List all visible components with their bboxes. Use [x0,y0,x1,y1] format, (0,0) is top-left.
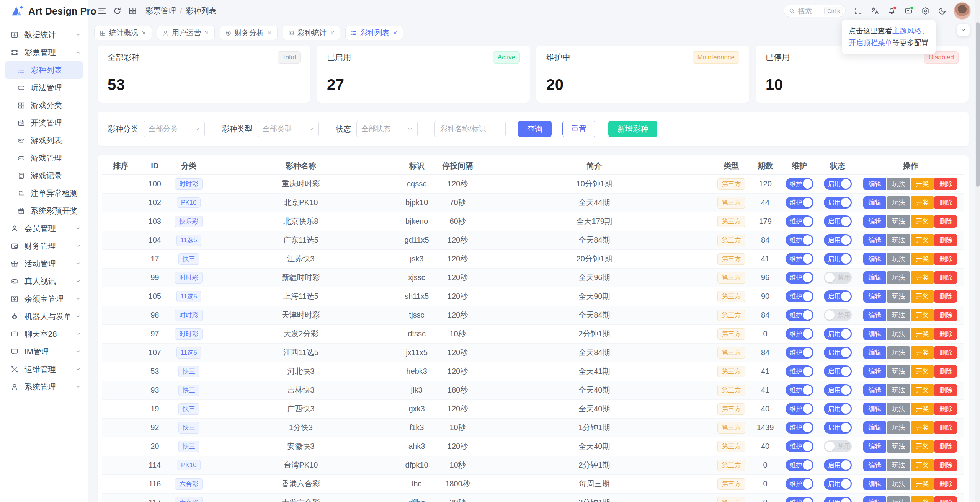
dark-mode-moon-button[interactable] [934,3,951,20]
sort-cell[interactable] [102,268,139,287]
draw-button[interactable]: 开奖 [911,459,934,471]
draw-button[interactable]: 开奖 [911,234,934,246]
edit-button[interactable]: 编辑 [863,328,886,340]
play-rules-button[interactable]: 玩法 [887,271,910,284]
maintain-toggle[interactable]: 维护 [786,215,813,227]
play-rules-button[interactable]: 玩法 [887,178,910,190]
close-icon[interactable] [267,30,272,36]
message-button[interactable] [900,3,917,20]
tab-用户运营[interactable]: 用户运营 [157,26,215,40]
sidebar-group-活动管理[interactable]: 活动管理 [0,255,88,272]
draw-button[interactable]: 开奖 [911,496,934,502]
sort-cell[interactable] [102,324,139,343]
delete-button[interactable]: 删除 [934,365,957,378]
type-select[interactable]: 全部类型 [258,121,319,137]
sidebar-group-彩票管理[interactable]: 彩票管理 [0,44,88,61]
play-rules-button[interactable]: 玩法 [887,459,910,471]
breadcrumb-section[interactable]: 彩票管理 [145,6,176,16]
sidebar-item-游戏列表[interactable]: 游戏列表 [5,132,83,149]
sort-cell[interactable] [102,456,139,474]
notification-bell-button[interactable] [883,3,900,20]
edit-button[interactable]: 编辑 [863,271,886,284]
status-toggle[interactable]: 启用 [824,365,852,377]
delete-button[interactable]: 删除 [934,421,957,434]
delete-button[interactable]: 删除 [934,478,957,490]
status-toggle[interactable]: 启用 [824,234,852,246]
edit-button[interactable]: 编辑 [863,309,886,321]
delete-button[interactable]: 删除 [934,253,957,265]
sidebar-group-会员管理[interactable]: 会员管理 [0,220,88,237]
maintain-toggle[interactable]: 维护 [786,422,813,434]
maintain-toggle[interactable]: 维护 [786,290,813,302]
sidebar-group-真人视讯[interactable]: 真人视讯 [0,272,88,290]
delete-button[interactable]: 删除 [934,384,957,396]
status-toggle[interactable]: 启用 [824,178,852,190]
play-rules-button[interactable]: 玩法 [887,290,910,303]
delete-button[interactable]: 删除 [934,346,957,359]
edit-button[interactable]: 编辑 [863,459,886,471]
sidebar-item-开奖管理[interactable]: 开奖管理 [5,114,83,132]
edit-button[interactable]: 编辑 [863,346,886,359]
status-toggle[interactable]: 启用 [824,253,852,265]
maintain-toggle[interactable]: 维护 [786,347,813,359]
status-toggle[interactable]: 启用 [824,478,852,490]
sidebar-item-系统彩预开奖[interactable]: 系统彩预开奖 [5,202,83,220]
edit-button[interactable]: 编辑 [863,496,886,502]
draw-button[interactable]: 开奖 [911,478,934,490]
draw-button[interactable]: 开奖 [911,309,934,321]
delete-button[interactable]: 删除 [934,215,957,228]
play-rules-button[interactable]: 玩法 [887,309,910,321]
refresh-button[interactable] [109,3,125,19]
maintain-toggle[interactable]: 维护 [786,403,813,415]
sort-cell[interactable] [102,212,139,231]
delete-button[interactable]: 删除 [934,328,957,340]
close-icon[interactable] [392,30,398,36]
edit-button[interactable]: 编辑 [863,365,886,378]
draw-button[interactable]: 开奖 [911,384,934,396]
status-toggle[interactable]: 启用 [824,347,852,359]
edit-button[interactable]: 编辑 [863,253,886,265]
maintain-toggle[interactable]: 维护 [786,309,813,321]
status-toggle[interactable]: 启用 [824,328,852,340]
draw-button[interactable]: 开奖 [911,215,934,228]
sidebar-item-游戏分类[interactable]: 游戏分类 [5,96,83,114]
tab-统计概况[interactable]: 统计概况 [94,26,152,40]
sort-cell[interactable] [102,249,139,268]
sort-cell[interactable] [102,287,139,306]
edit-button[interactable]: 编辑 [863,440,886,453]
status-select[interactable]: 全部状态 [356,121,418,137]
play-rules-button[interactable]: 玩法 [887,496,910,502]
status-toggle[interactable]: 启用 [824,422,852,434]
maintain-toggle[interactable]: 维护 [786,497,813,502]
play-rules-button[interactable]: 玩法 [887,253,910,265]
play-rules-button[interactable]: 玩法 [887,346,910,359]
sort-cell[interactable] [102,306,139,324]
delete-button[interactable]: 删除 [934,459,957,471]
sidebar-group-财务管理[interactable]: 财务管理 [0,237,88,255]
delete-button[interactable]: 删除 [934,196,957,209]
maintain-toggle[interactable]: 维护 [786,459,813,471]
edit-button[interactable]: 编辑 [863,421,886,434]
maintain-toggle[interactable]: 维护 [786,440,813,452]
sort-cell[interactable] [102,174,139,193]
search-button[interactable]: 查询 [518,121,552,137]
sidebar-item-彩种列表[interactable]: 彩种列表 [5,61,83,79]
sort-cell[interactable] [102,493,139,502]
sidebar-group-余额宝管理[interactable]: 余额宝管理 [0,290,88,308]
maintain-toggle[interactable]: 维护 [786,272,813,284]
keyword-input[interactable] [434,121,506,137]
delete-button[interactable]: 删除 [934,290,957,303]
sidebar-group-运维管理[interactable]: 运维管理 [0,360,88,378]
tab-财务分析[interactable]: 财务分析 [220,26,278,40]
play-rules-button[interactable]: 玩法 [887,384,910,396]
maintain-toggle[interactable]: 维护 [786,234,813,246]
draw-button[interactable]: 开奖 [911,328,934,340]
maintain-toggle[interactable]: 维护 [786,253,813,265]
theme-style-link[interactable]: 主题风格 [892,27,921,35]
delete-button[interactable]: 删除 [934,496,957,502]
status-toggle[interactable]: 启用 [824,384,852,396]
maintain-toggle[interactable]: 维护 [786,328,813,340]
draw-button[interactable]: 开奖 [911,346,934,359]
edit-button[interactable]: 编辑 [863,196,886,209]
sidebar-item-注单异常检测[interactable]: 注单异常检测 [5,184,83,202]
